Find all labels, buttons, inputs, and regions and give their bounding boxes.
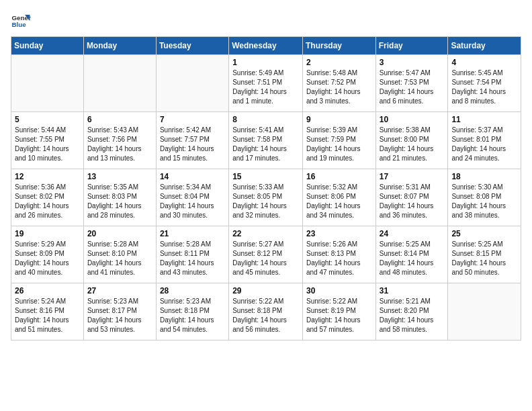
day-detail: Sunrise: 5:45 AMSunset: 7:54 PMDaylight:… [451, 68, 517, 106]
day-detail: Sunrise: 5:25 AMSunset: 8:15 PMDaylight:… [451, 240, 517, 277]
day-number: 16 [306, 172, 372, 181]
day-cell: 31Sunrise: 5:21 AMSunset: 8:20 PMDayligh… [375, 283, 448, 340]
week-row-3: 12Sunrise: 5:36 AMSunset: 8:02 PMDayligh… [11, 169, 521, 226]
day-cell: 13Sunrise: 5:35 AMSunset: 8:03 PMDayligh… [83, 169, 156, 226]
day-number: 6 [87, 115, 152, 124]
day-number: 12 [15, 172, 80, 181]
day-cell: 6Sunrise: 5:43 AMSunset: 7:56 PMDaylight… [83, 112, 156, 169]
day-cell: 2Sunrise: 5:48 AMSunset: 7:52 PMDaylight… [302, 55, 375, 112]
weekday-header-saturday: Saturday [448, 37, 521, 55]
day-detail: Sunrise: 5:48 AMSunset: 7:52 PMDaylight:… [306, 68, 372, 106]
day-number: 27 [87, 286, 152, 295]
day-detail: Sunrise: 5:23 AMSunset: 8:17 PMDaylight:… [87, 297, 152, 334]
day-detail: Sunrise: 5:32 AMSunset: 8:06 PMDaylight:… [306, 183, 372, 220]
day-detail: Sunrise: 5:30 AMSunset: 8:08 PMDaylight:… [451, 183, 517, 220]
day-number: 15 [232, 172, 299, 181]
day-detail: Sunrise: 5:28 AMSunset: 8:11 PMDaylight:… [160, 240, 225, 277]
day-detail: Sunrise: 5:28 AMSunset: 8:10 PMDaylight:… [87, 240, 152, 277]
weekday-header-tuesday: Tuesday [156, 37, 228, 55]
day-detail: Sunrise: 5:21 AMSunset: 8:20 PMDaylight:… [380, 297, 445, 334]
day-detail: Sunrise: 5:44 AMSunset: 7:55 PMDaylight:… [15, 126, 80, 163]
day-number: 19 [15, 229, 80, 238]
day-cell: 12Sunrise: 5:36 AMSunset: 8:02 PMDayligh… [11, 169, 84, 226]
day-number: 5 [15, 115, 80, 124]
day-number: 9 [306, 115, 372, 124]
day-number: 31 [380, 286, 445, 295]
day-cell: 7Sunrise: 5:42 AMSunset: 7:57 PMDaylight… [156, 112, 228, 169]
day-number: 14 [160, 172, 225, 181]
day-detail: Sunrise: 5:22 AMSunset: 8:19 PMDaylight:… [306, 297, 372, 334]
weekday-header-wednesday: Wednesday [229, 37, 303, 55]
day-detail: Sunrise: 5:29 AMSunset: 8:09 PMDaylight:… [15, 240, 80, 277]
day-number: 2 [306, 58, 372, 67]
day-detail: Sunrise: 5:26 AMSunset: 8:13 PMDaylight:… [306, 240, 372, 277]
day-detail: Sunrise: 5:24 AMSunset: 8:16 PMDaylight:… [15, 297, 80, 334]
day-detail: Sunrise: 5:25 AMSunset: 8:14 PMDaylight:… [380, 240, 445, 277]
weekday-header-friday: Friday [375, 37, 448, 55]
day-detail: Sunrise: 5:39 AMSunset: 7:59 PMDaylight:… [306, 126, 372, 163]
day-detail: Sunrise: 5:33 AMSunset: 8:05 PMDaylight:… [232, 183, 299, 220]
day-cell: 16Sunrise: 5:32 AMSunset: 8:06 PMDayligh… [302, 169, 375, 226]
day-number: 22 [232, 229, 299, 238]
week-row-1: 1Sunrise: 5:49 AMSunset: 7:51 PMDaylight… [11, 55, 521, 112]
day-detail: Sunrise: 5:36 AMSunset: 8:02 PMDaylight:… [15, 183, 80, 220]
day-cell: 26Sunrise: 5:24 AMSunset: 8:16 PMDayligh… [11, 283, 84, 340]
day-number: 28 [160, 286, 225, 295]
day-cell: 22Sunrise: 5:27 AMSunset: 8:12 PMDayligh… [229, 226, 303, 283]
day-number: 10 [380, 115, 445, 124]
day-cell: 10Sunrise: 5:38 AMSunset: 8:00 PMDayligh… [375, 112, 448, 169]
calendar-table: SundayMondayTuesdayWednesdayThursdayFrid… [11, 36, 521, 340]
day-detail: Sunrise: 5:27 AMSunset: 8:12 PMDaylight:… [232, 240, 299, 277]
day-cell: 9Sunrise: 5:39 AMSunset: 7:59 PMDaylight… [302, 112, 375, 169]
weekday-header-monday: Monday [83, 37, 156, 55]
weekday-header-sunday: Sunday [11, 37, 84, 55]
day-number: 8 [232, 115, 299, 124]
day-cell [11, 55, 84, 112]
day-cell [448, 283, 521, 340]
day-number: 1 [232, 58, 299, 67]
week-row-4: 19Sunrise: 5:29 AMSunset: 8:09 PMDayligh… [11, 226, 521, 283]
day-number: 17 [380, 172, 445, 181]
day-cell: 19Sunrise: 5:29 AMSunset: 8:09 PMDayligh… [11, 226, 84, 283]
day-detail: Sunrise: 5:41 AMSunset: 7:58 PMDaylight:… [232, 126, 299, 163]
day-cell: 3Sunrise: 5:47 AMSunset: 7:53 PMDaylight… [375, 55, 448, 112]
day-cell [83, 55, 156, 112]
week-row-2: 5Sunrise: 5:44 AMSunset: 7:55 PMDaylight… [11, 112, 521, 169]
day-number: 18 [451, 172, 517, 181]
day-cell: 23Sunrise: 5:26 AMSunset: 8:13 PMDayligh… [302, 226, 375, 283]
day-detail: Sunrise: 5:49 AMSunset: 7:51 PMDaylight:… [232, 68, 299, 106]
day-number: 7 [160, 115, 225, 124]
day-cell: 21Sunrise: 5:28 AMSunset: 8:11 PMDayligh… [156, 226, 228, 283]
day-detail: Sunrise: 5:35 AMSunset: 8:03 PMDaylight:… [87, 183, 152, 220]
logo-icon: General Blue [11, 11, 31, 31]
page-header: General Blue [11, 11, 521, 31]
day-number: 21 [160, 229, 225, 238]
day-detail: Sunrise: 5:34 AMSunset: 8:04 PMDaylight:… [160, 183, 225, 220]
day-number: 4 [451, 58, 517, 67]
day-number: 11 [451, 115, 517, 124]
day-cell: 15Sunrise: 5:33 AMSunset: 8:05 PMDayligh… [229, 169, 303, 226]
day-number: 3 [380, 58, 445, 67]
day-number: 24 [380, 229, 445, 238]
day-cell: 14Sunrise: 5:34 AMSunset: 8:04 PMDayligh… [156, 169, 228, 226]
day-cell: 25Sunrise: 5:25 AMSunset: 8:15 PMDayligh… [448, 226, 521, 283]
day-number: 13 [87, 172, 152, 181]
day-cell: 1Sunrise: 5:49 AMSunset: 7:51 PMDaylight… [229, 55, 303, 112]
day-detail: Sunrise: 5:37 AMSunset: 8:01 PMDaylight:… [451, 126, 517, 163]
svg-text:Blue: Blue [12, 21, 27, 28]
day-cell: 29Sunrise: 5:22 AMSunset: 8:18 PMDayligh… [229, 283, 303, 340]
day-number: 23 [306, 229, 372, 238]
weekday-header-thursday: Thursday [302, 37, 375, 55]
day-number: 20 [87, 229, 152, 238]
day-number: 25 [451, 229, 517, 238]
day-cell [156, 55, 228, 112]
day-detail: Sunrise: 5:42 AMSunset: 7:57 PMDaylight:… [160, 126, 225, 163]
day-cell: 28Sunrise: 5:23 AMSunset: 8:18 PMDayligh… [156, 283, 228, 340]
day-number: 29 [232, 286, 299, 295]
day-cell: 5Sunrise: 5:44 AMSunset: 7:55 PMDaylight… [11, 112, 84, 169]
weekday-header-row: SundayMondayTuesdayWednesdayThursdayFrid… [11, 37, 521, 55]
day-cell: 18Sunrise: 5:30 AMSunset: 8:08 PMDayligh… [448, 169, 521, 226]
day-cell: 30Sunrise: 5:22 AMSunset: 8:19 PMDayligh… [302, 283, 375, 340]
logo: General Blue [11, 11, 31, 31]
day-cell: 17Sunrise: 5:31 AMSunset: 8:07 PMDayligh… [375, 169, 448, 226]
